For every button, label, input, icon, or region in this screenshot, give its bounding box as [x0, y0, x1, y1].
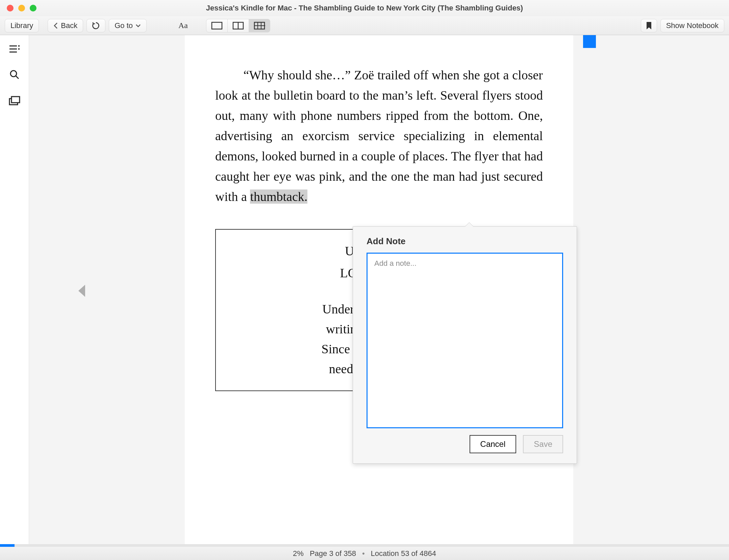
cancel-button-label: Cancel	[480, 439, 506, 449]
flashcards-button[interactable]	[9, 96, 20, 105]
save-button-label: Save	[534, 439, 552, 449]
library-button[interactable]: Library	[5, 19, 39, 32]
cards-icon	[9, 96, 20, 105]
window-title: Jessica's Kindle for Mac - The Shambling…	[206, 4, 523, 12]
statusbar: 2% Page 3 of 358 • Location 53 of 4864	[0, 546, 729, 560]
svg-rect-0	[212, 22, 222, 29]
back-button-label: Back	[61, 21, 77, 30]
close-window-button[interactable]	[7, 5, 14, 11]
paragraph-text: “Why should she…” Zoë trailed off when s…	[215, 68, 543, 204]
svg-point-12	[10, 71, 17, 77]
goto-button-label: Go to	[115, 21, 133, 30]
sync-icon	[92, 21, 100, 30]
paragraph: “Why should she…” Zoë trailed off when s…	[215, 65, 543, 207]
highlighted-text[interactable]: thumbtack.	[250, 189, 307, 204]
minimize-window-button[interactable]	[18, 5, 25, 11]
status-page: Page 3 of 358	[310, 549, 356, 558]
show-notebook-label: Show Notebook	[666, 21, 719, 30]
svg-point-10	[18, 45, 19, 47]
popover-title: Add Note	[353, 227, 577, 253]
library-button-label: Library	[10, 21, 33, 30]
bookmark-icon	[646, 21, 652, 30]
page-bookmark-indicator[interactable]	[583, 35, 596, 48]
status-location: Location 53 of 4864	[371, 549, 436, 558]
view-mode-group	[206, 19, 270, 32]
cancel-button[interactable]: Cancel	[470, 435, 517, 453]
multi-column-icon	[254, 22, 265, 30]
left-rail	[0, 35, 29, 546]
svg-rect-15	[11, 97, 20, 103]
popover-actions: Cancel Save	[353, 435, 577, 463]
svg-point-11	[18, 48, 19, 50]
bookmark-button[interactable]	[641, 19, 657, 32]
view-two-column-button[interactable]	[228, 19, 249, 32]
search-in-book-button[interactable]	[9, 70, 20, 80]
note-textarea[interactable]	[374, 258, 556, 423]
font-settings-button[interactable]: Aa	[174, 19, 193, 32]
svg-line-13	[16, 76, 19, 79]
view-single-page-button[interactable]	[206, 19, 228, 32]
toolbar: Library Back Go to Aa	[0, 16, 729, 35]
goto-button[interactable]: Go to	[109, 19, 147, 32]
progress-fill	[0, 544, 15, 547]
traffic-lights	[7, 5, 36, 11]
add-note-popover: Add Note Cancel Save	[353, 226, 577, 464]
chevron-left-icon	[53, 22, 58, 29]
popover-pointer	[465, 223, 473, 227]
two-column-icon	[232, 22, 244, 30]
show-notebook-button[interactable]: Show Notebook	[660, 19, 724, 32]
toc-button[interactable]	[9, 45, 20, 53]
view-multi-column-button[interactable]	[249, 19, 270, 32]
toc-icon	[9, 45, 20, 53]
back-button[interactable]: Back	[48, 19, 83, 32]
sync-button[interactable]	[86, 19, 105, 32]
status-percent: 2%	[293, 549, 304, 558]
single-page-icon	[211, 22, 223, 30]
fullscreen-window-button[interactable]	[30, 5, 36, 11]
titlebar: Jessica's Kindle for Mac - The Shambling…	[0, 0, 729, 16]
font-icon: Aa	[178, 21, 188, 30]
note-textarea-wrap	[367, 253, 563, 428]
previous-page-button[interactable]	[76, 283, 86, 298]
save-button[interactable]: Save	[523, 435, 563, 453]
chevron-down-icon	[135, 24, 141, 28]
search-icon	[9, 70, 20, 80]
triangle-left-icon	[76, 283, 86, 298]
progress-track[interactable]	[0, 544, 729, 547]
status-separator: •	[362, 549, 365, 558]
